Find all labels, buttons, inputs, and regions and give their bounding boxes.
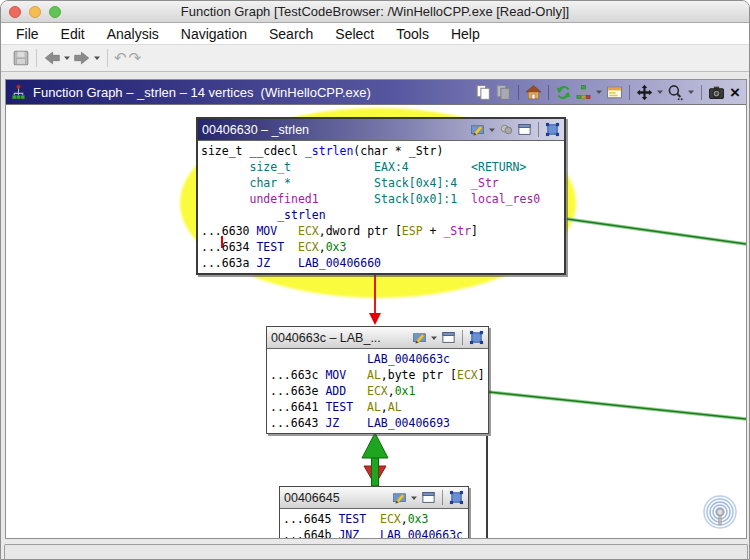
code-token: ...663e bbox=[270, 384, 325, 398]
close-panel-icon[interactable]: × bbox=[728, 84, 742, 101]
forward-icon[interactable] bbox=[73, 49, 91, 67]
code-line[interactable]: ...663a JZ LAB_00406660 bbox=[201, 255, 561, 271]
code-token bbox=[201, 176, 249, 190]
dropdown-icon[interactable] bbox=[656, 84, 664, 100]
block-code-listing[interactable]: ...6645 TEST ECX,0x3...664b JNZ LAB_0040… bbox=[280, 509, 468, 538]
code-line[interactable]: ...664b JNZ LAB_0040663c bbox=[283, 527, 465, 538]
graph-block-00406645[interactable]: 00406645 ...6645 TEST ECX,0x3...664b JNZ… bbox=[279, 486, 469, 538]
block-header[interactable]: 00406645 bbox=[280, 487, 468, 509]
home-icon[interactable] bbox=[525, 84, 542, 101]
minimize-button[interactable] bbox=[29, 6, 41, 18]
block-view-icon[interactable] bbox=[606, 84, 623, 101]
code-token: LAB_00406693 bbox=[367, 416, 450, 430]
block-title: 00406630 – _strlen bbox=[202, 123, 309, 137]
code-token: ... bbox=[201, 224, 222, 238]
code-token: _Str bbox=[471, 176, 499, 190]
separator bbox=[538, 122, 539, 137]
menu-analysis[interactable]: Analysis bbox=[96, 23, 170, 45]
code-line[interactable]: ...6630 MOV ECX,dword ptr [ESP + _Str] bbox=[201, 223, 561, 239]
separator bbox=[442, 490, 443, 505]
code-line[interactable]: _strlen bbox=[201, 207, 561, 223]
edit-icon[interactable] bbox=[470, 122, 485, 137]
graph-block-00406630[interactable]: 00406630 – _strlen size_t __cdecl _strle… bbox=[196, 117, 566, 275]
window-icon[interactable] bbox=[441, 330, 456, 345]
function-graph-icon bbox=[10, 84, 27, 101]
code-token: ...664b bbox=[283, 528, 338, 538]
dropdown-icon[interactable] bbox=[93, 50, 101, 66]
block-header[interactable]: 0040663c – LAB_... bbox=[267, 327, 488, 349]
copy-icon[interactable] bbox=[475, 84, 492, 101]
group-icon[interactable] bbox=[499, 122, 514, 137]
refresh-icon[interactable] bbox=[555, 84, 572, 101]
window-icon[interactable] bbox=[517, 122, 532, 137]
camera-icon[interactable] bbox=[708, 84, 725, 101]
code-token: 0x1 bbox=[395, 384, 416, 398]
code-token: , bbox=[401, 512, 408, 526]
code-token: ,byte ptr [ bbox=[381, 368, 457, 382]
code-token: _Str bbox=[443, 224, 471, 238]
select-icon[interactable] bbox=[449, 490, 464, 505]
code-token bbox=[346, 368, 367, 382]
code-line[interactable]: ...6634 TEST ECX,0x3 bbox=[201, 239, 561, 255]
menu-edit[interactable]: Edit bbox=[50, 23, 96, 45]
code-token: + bbox=[423, 224, 444, 238]
code-token: size_t __cdecl bbox=[201, 144, 305, 158]
window-icon[interactable] bbox=[421, 490, 436, 505]
save-icon[interactable] bbox=[12, 49, 30, 67]
separator bbox=[518, 85, 519, 100]
menu-tools[interactable]: Tools bbox=[385, 23, 440, 45]
menu-help[interactable]: Help bbox=[440, 23, 491, 45]
close-button[interactable] bbox=[9, 6, 21, 18]
dropdown-icon[interactable] bbox=[687, 84, 695, 100]
code-token bbox=[346, 384, 367, 398]
dropdown-icon[interactable] bbox=[595, 84, 603, 100]
redo-icon[interactable]: ↷ bbox=[129, 50, 142, 66]
paste-icon[interactable] bbox=[495, 84, 512, 101]
layout-icon[interactable] bbox=[575, 84, 592, 101]
code-line[interactable]: LAB_0040663c bbox=[270, 351, 485, 367]
dropdown-icon[interactable] bbox=[410, 490, 418, 506]
dropdown-icon[interactable] bbox=[430, 330, 438, 346]
menu-file[interactable]: File bbox=[5, 23, 50, 45]
code-line[interactable]: ...6645 TEST ECX,0x3 bbox=[283, 511, 465, 527]
code-token: ECX bbox=[298, 224, 319, 238]
function-graph-panel-header[interactable]: Function Graph – _strlen – 14 vertices (… bbox=[6, 80, 746, 105]
menu-navigation[interactable]: Navigation bbox=[170, 23, 258, 45]
zoom-button[interactable] bbox=[49, 6, 61, 18]
code-line[interactable]: char * Stack[0x4]:4 _Str bbox=[201, 175, 561, 191]
code-line[interactable]: ...6641 TEST AL,AL bbox=[270, 399, 485, 415]
graph-canvas[interactable]: 00406630 – _strlen size_t __cdecl _strle… bbox=[6, 105, 746, 538]
code-line[interactable]: ...663e ADD ECX,0x1 bbox=[270, 383, 485, 399]
block-header[interactable]: 00406630 – _strlen bbox=[198, 119, 564, 141]
satellite-view-icon[interactable] bbox=[700, 494, 740, 534]
menu-search[interactable]: Search bbox=[258, 23, 324, 45]
code-token: <RETURN> bbox=[471, 160, 526, 174]
menu-select[interactable]: Select bbox=[324, 23, 385, 45]
select-icon[interactable] bbox=[545, 122, 560, 137]
code-token: , bbox=[319, 240, 326, 254]
code-line[interactable]: size_t __cdecl _strlen(char * _Str) bbox=[201, 143, 561, 159]
nav-cross-icon[interactable] bbox=[636, 84, 653, 101]
edit-icon[interactable] bbox=[392, 490, 407, 505]
ghidra-window: Function Graph [TestCodeBrowser: /WinHel… bbox=[0, 0, 750, 560]
graph-block-0040663c[interactable]: 0040663c – LAB_... LAB_0040663c...663c M… bbox=[266, 326, 489, 434]
block-code-listing[interactable]: size_t __cdecl _strlen(char * _Str) size… bbox=[198, 141, 564, 273]
select-icon[interactable] bbox=[469, 330, 484, 345]
title-bar: Function Graph [TestCodeBrowser: /WinHel… bbox=[1, 1, 749, 23]
back-icon[interactable] bbox=[43, 49, 61, 67]
code-token: LAB_0040663c bbox=[367, 352, 450, 366]
dropdown-icon[interactable] bbox=[63, 50, 71, 66]
code-line[interactable]: size_t EAX:4 <RETURN> bbox=[201, 159, 561, 175]
code-token bbox=[457, 192, 471, 206]
code-line[interactable]: ...6643 JZ LAB_00406693 bbox=[270, 415, 485, 431]
magnifier-icon[interactable] bbox=[667, 84, 684, 101]
undo-icon[interactable]: ↶ bbox=[114, 50, 127, 66]
edit-icon[interactable] bbox=[412, 330, 427, 345]
code-line[interactable]: undefined1 Stack[0x0]:1 local_res0 bbox=[201, 191, 561, 207]
code-line[interactable]: ...663c MOV AL,byte ptr [ECX] bbox=[270, 367, 485, 383]
code-token bbox=[359, 528, 380, 538]
block-code-listing[interactable]: LAB_0040663c...663c MOV AL,byte ptr [ECX… bbox=[267, 349, 488, 433]
dropdown-icon[interactable] bbox=[488, 122, 496, 138]
code-token: JNZ bbox=[338, 528, 359, 538]
code-token bbox=[366, 512, 380, 526]
